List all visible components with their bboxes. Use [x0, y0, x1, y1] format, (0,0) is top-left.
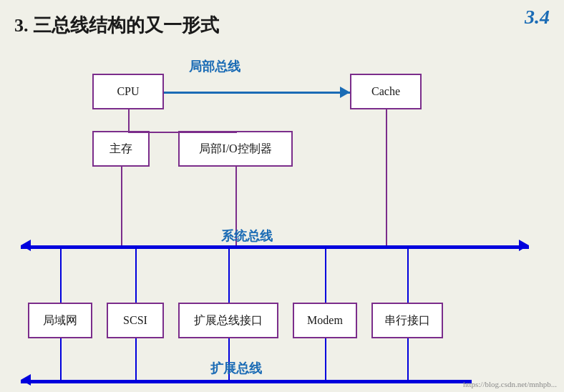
modem-down-line — [325, 338, 326, 381]
watermark: https://blog.csdn.net/mnhpb... — [463, 380, 557, 388]
serial-down-line — [407, 338, 409, 381]
modem-label: Modem — [307, 314, 343, 327]
cache-down-line — [386, 109, 387, 248]
ext-bus-if-box: 扩展总线接口 — [178, 303, 278, 338]
local-io-box: 局部I/O控制器 — [178, 131, 293, 167]
serial-box: 串行接口 — [371, 303, 443, 338]
serial-label: 串行接口 — [384, 313, 430, 328]
system-bus-line — [21, 245, 529, 249]
ext-bus-line — [21, 380, 472, 383]
scsi-box: SCSI — [107, 303, 164, 338]
cpu-down-line — [128, 109, 130, 132]
main-mem-box: 主存 — [92, 131, 150, 167]
local-net-v-line — [60, 249, 62, 304]
scsi-v-line — [135, 249, 137, 304]
slide-container: 3.4 3. 三总线结构的又一形式 局部总线 CPU Cache 主存 局部I/… — [0, 0, 564, 392]
local-io-label: 局部I/O控制器 — [199, 142, 271, 157]
cache-box: Cache — [350, 74, 422, 109]
cache-label: Cache — [371, 85, 400, 98]
local-bus-arrow-right — [340, 87, 350, 98]
scsi-down-line — [135, 338, 137, 381]
cpu-box: CPU — [92, 74, 164, 109]
system-bus-label: 系统总线 — [221, 227, 273, 245]
system-bus-arrow-right — [519, 240, 529, 251]
scsi-label: SCSI — [123, 314, 147, 327]
ext-bus-label: 扩展总线 — [210, 360, 262, 377]
serial-v-line — [407, 249, 409, 304]
modem-v-line — [325, 249, 326, 304]
slide-title: 3. 三总线结构的又一形式 — [14, 13, 550, 38]
local-bus-line — [164, 92, 350, 94]
modem-box: Modem — [293, 303, 357, 338]
cpu-label: CPU — [117, 85, 139, 98]
local-net-down-line — [60, 338, 62, 381]
h-connect-top — [128, 132, 237, 133]
ext-bus-if-label: 扩展总线接口 — [194, 313, 263, 328]
main-mem-down-line — [121, 167, 122, 248]
slide-number: 3.4 — [525, 6, 550, 29]
ext-bus-arrow-left — [21, 374, 31, 386]
system-bus-arrow-left — [21, 240, 31, 251]
ext-bus-if-v-line — [228, 249, 230, 304]
diagram-area: 局部总线 CPU Cache 主存 局部I/O控制器 — [21, 45, 543, 367]
local-net-box: 局域网 — [28, 303, 92, 338]
local-net-label: 局域网 — [43, 313, 77, 328]
main-mem-label: 主存 — [110, 142, 132, 157]
local-bus-label: 局部总线 — [189, 58, 240, 75]
